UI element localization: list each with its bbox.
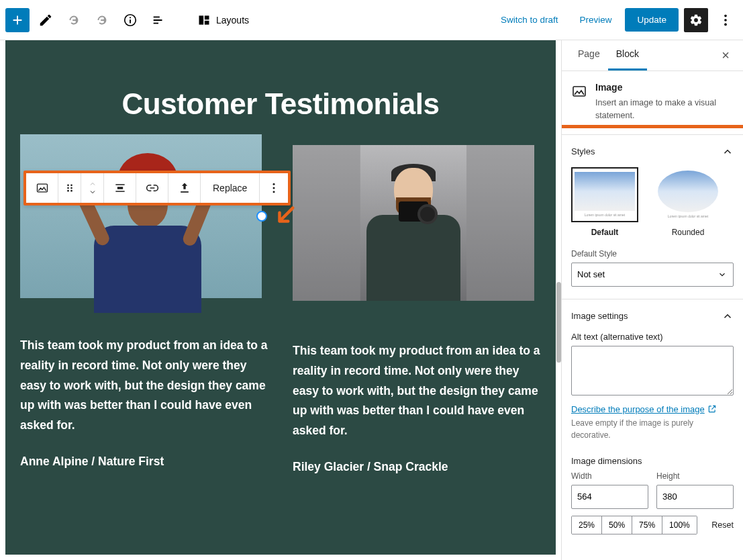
testimonial-text-1[interactable]: This team took my product from an idea t… <box>20 336 268 436</box>
height-label: Height <box>656 471 734 481</box>
layouts-label: Layouts <box>216 15 249 26</box>
svg-point-13 <box>70 187 72 189</box>
block-toolbar: Replace <box>23 171 291 205</box>
height-input[interactable] <box>656 485 734 509</box>
svg-point-11 <box>70 185 72 187</box>
svg-point-16 <box>273 183 275 185</box>
redo-button[interactable] <box>90 8 114 32</box>
default-style-label: Default Style <box>571 249 734 259</box>
add-block-button[interactable] <box>5 8 30 32</box>
block-title: Image <box>595 82 734 93</box>
alt-text-input[interactable] <box>571 346 734 395</box>
svg-point-17 <box>273 187 275 189</box>
style-option-default[interactable]: Lorem ipsum dolor sit amet Default <box>571 167 638 237</box>
image-settings-panel: Image settings Alt text (alternative tex… <box>562 299 743 547</box>
svg-point-14 <box>67 190 69 192</box>
styles-panel-toggle[interactable]: Styles <box>571 146 734 158</box>
block-more-button[interactable] <box>260 173 288 203</box>
align-button[interactable] <box>104 173 136 203</box>
pct-50-button[interactable]: 50% <box>602 516 632 534</box>
update-button[interactable]: Update <box>625 8 679 32</box>
testimonial-text-2[interactable]: This team took my product from an idea t… <box>293 341 541 441</box>
close-sidebar-button[interactable]: × <box>716 42 735 68</box>
tab-page[interactable]: Page <box>570 40 608 71</box>
block-header: Image Insert an image to make a visual s… <box>562 71 743 135</box>
upload-button[interactable] <box>168 173 201 203</box>
image-icon <box>571 83 587 99</box>
canvas-scrollbar[interactable] <box>556 282 561 363</box>
replace-button[interactable]: Replace <box>201 173 260 203</box>
svg-rect-2 <box>130 19 131 24</box>
svg-point-15 <box>70 190 72 192</box>
styles-panel: Styles Lorem ipsum dolor sit amet Defaul… <box>562 135 743 299</box>
move-up-down-button[interactable] <box>81 173 104 203</box>
chevron-up-icon <box>722 146 734 158</box>
pct-75-button[interactable]: 75% <box>632 516 662 534</box>
info-button[interactable] <box>118 8 142 32</box>
external-link-icon <box>707 404 717 414</box>
editor-canvas[interactable]: Customer Testimonials This team took my … <box>5 40 556 555</box>
svg-point-18 <box>273 191 275 193</box>
block-type-image-button[interactable] <box>26 173 58 203</box>
svg-point-8 <box>724 23 727 26</box>
svg-point-6 <box>724 14 727 17</box>
svg-rect-5 <box>205 20 209 24</box>
edit-mode-button[interactable] <box>34 8 58 32</box>
reset-dimensions-button[interactable]: Reset <box>711 520 734 530</box>
layouts-button[interactable]: Layouts <box>189 8 257 32</box>
drag-handle-button[interactable] <box>58 173 81 203</box>
width-input[interactable] <box>571 485 648 509</box>
svg-rect-3 <box>199 15 204 24</box>
width-label: Width <box>571 471 648 481</box>
list-view-button[interactable] <box>146 8 170 32</box>
annotation-arrow-icon <box>274 204 297 227</box>
preview-button[interactable]: Preview <box>571 8 620 32</box>
testimonial-author-1[interactable]: Anne Alpine / Nature First <box>20 455 268 469</box>
alt-text-label: Alt text (alternative text) <box>571 332 734 342</box>
column-2[interactable]: This team took my product from an idea t… <box>293 134 541 474</box>
svg-rect-4 <box>205 15 209 19</box>
style-option-rounded[interactable]: Lorem ipsum dolor sit amet Rounded <box>654 167 722 237</box>
chevron-up-icon <box>722 310 734 322</box>
tab-block[interactable]: Block <box>608 40 647 71</box>
pct-25-button[interactable]: 25% <box>572 516 602 534</box>
block-desc: Insert an image to make a visual stateme… <box>595 97 734 122</box>
image-block-2[interactable] <box>293 145 534 301</box>
switch-to-draft-button[interactable]: Switch to draft <box>493 8 566 32</box>
svg-point-7 <box>724 19 727 21</box>
editor-canvas-wrap: Customer Testimonials This team took my … <box>0 40 561 560</box>
svg-point-10 <box>67 185 69 187</box>
undo-button[interactable] <box>62 8 86 32</box>
image-illustration <box>353 168 474 301</box>
svg-point-1 <box>130 17 131 18</box>
ellipsis-more-button[interactable] <box>713 8 738 32</box>
settings-sidebar: Page Block × Image Insert an image to ma… <box>561 40 743 560</box>
describe-image-link[interactable]: Describe the purpose of the image <box>571 404 717 414</box>
page-title[interactable]: Customer Testimonials <box>20 87 541 121</box>
settings-button[interactable] <box>684 8 708 32</box>
image-settings-toggle[interactable]: Image settings <box>571 310 734 322</box>
alt-text-hint: Leave empty if the image is purely decor… <box>571 417 734 441</box>
selected-image-block[interactable] <box>20 134 262 298</box>
insert-link-button[interactable] <box>136 173 168 203</box>
testimonial-author-2[interactable]: Riley Glacier / Snap Crackle <box>293 460 541 474</box>
image-dimensions-label: Image dimensions <box>571 456 734 466</box>
svg-point-12 <box>67 187 69 189</box>
pct-100-button[interactable]: 100% <box>662 516 697 534</box>
default-style-select[interactable]: Not set <box>571 263 734 287</box>
editor-top-toolbar: Layouts Switch to draft Preview Update <box>0 0 743 40</box>
